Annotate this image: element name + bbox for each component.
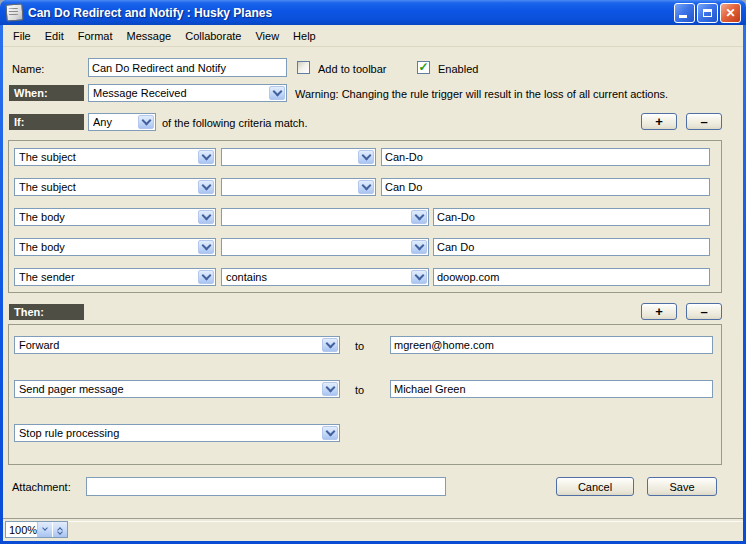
- when-trigger-select[interactable]: Message Received: [88, 84, 287, 102]
- criteria-operator-select[interactable]: [221, 208, 429, 226]
- menu-item-message[interactable]: Message: [120, 27, 179, 45]
- menu-item-format[interactable]: Format: [71, 27, 120, 45]
- attachment-label: Attachment:: [12, 481, 71, 493]
- if-match-select[interactable]: Any: [88, 113, 156, 131]
- maximize-button[interactable]: [697, 3, 718, 23]
- chevron-down-icon: [414, 271, 424, 281]
- menu-bar: File Edit Format Message Collaborate Vie…: [3, 25, 743, 47]
- maximize-icon: [703, 9, 712, 17]
- criteria-operator-select[interactable]: [221, 148, 376, 166]
- dropdown-arrow-icon[interactable]: [411, 270, 427, 284]
- criteria-operator-select[interactable]: contains: [221, 268, 429, 286]
- app-icon: [5, 3, 23, 21]
- when-section-label: When:: [9, 85, 84, 101]
- if-match-value: Any: [93, 116, 137, 128]
- criteria-value-input[interactable]: [381, 148, 710, 166]
- dropdown-arrow-icon[interactable]: [411, 210, 427, 224]
- add-to-toolbar-checkbox[interactable]: ✓: [297, 61, 310, 74]
- remove-action-button[interactable]: –: [686, 303, 722, 320]
- chevron-down-icon: [361, 151, 371, 161]
- dropdown-arrow-icon[interactable]: [198, 270, 214, 284]
- chevron-down-icon: [361, 181, 371, 191]
- criteria-operator-select[interactable]: [221, 178, 376, 196]
- criteria-field-value: The body: [19, 211, 197, 223]
- chevron-down-icon: [201, 271, 211, 281]
- dropdown-arrow-icon[interactable]: [322, 338, 338, 352]
- close-button[interactable]: ✕: [720, 3, 741, 23]
- criteria-value-input[interactable]: [381, 178, 710, 196]
- minimize-button[interactable]: [674, 3, 695, 23]
- menu-item-edit[interactable]: Edit: [38, 27, 71, 45]
- criteria-field-value: The subject: [19, 151, 197, 163]
- criteria-operator-select[interactable]: [221, 238, 429, 256]
- chevron-down-icon: [325, 383, 335, 393]
- action-type-value: Forward: [19, 339, 321, 351]
- criteria-field-select[interactable]: The body: [14, 208, 216, 226]
- enabled-label: Enabled: [438, 63, 478, 75]
- chevron-down-icon: [325, 339, 335, 349]
- zoom-dropdown-button[interactable]: [37, 522, 52, 537]
- when-warning-text: Warning: Changing the rule trigger will …: [295, 88, 668, 100]
- criteria-field-select[interactable]: The subject: [14, 148, 216, 166]
- criteria-value-input[interactable]: [433, 238, 710, 256]
- name-input[interactable]: [88, 58, 287, 77]
- dropdown-arrow-icon[interactable]: [322, 382, 338, 396]
- enabled-checkbox[interactable]: ✓: [417, 61, 430, 74]
- chevron-down-icon: [201, 211, 211, 221]
- add-action-button[interactable]: +: [641, 303, 677, 320]
- statusbar-divider: [3, 518, 743, 522]
- name-label: Name:: [12, 63, 44, 75]
- chevron-down-icon: [201, 241, 211, 251]
- dropdown-arrow-icon[interactable]: [358, 150, 374, 164]
- zoom-value: 100%: [6, 522, 37, 537]
- chevron-down-icon: [201, 181, 211, 191]
- chevron-down-icon: [414, 241, 424, 251]
- criteria-field-select[interactable]: The body: [14, 238, 216, 256]
- action-to-label: to: [355, 384, 364, 396]
- dropdown-arrow-icon[interactable]: [198, 180, 214, 194]
- dropdown-arrow-icon[interactable]: [198, 210, 214, 224]
- action-type-value: Send pager message: [19, 383, 321, 395]
- chevron-down-icon: [414, 211, 424, 221]
- window-title: Can Do Redirect and Notify : Husky Plane…: [28, 6, 272, 20]
- action-type-value: Stop rule processing: [19, 427, 321, 439]
- action-to-label: to: [355, 340, 364, 352]
- if-suffix-text: of the following criteria match.: [162, 117, 308, 129]
- menu-item-view[interactable]: View: [248, 27, 286, 45]
- menu-item-collaborate[interactable]: Collaborate: [178, 27, 248, 45]
- if-section-label: If:: [9, 114, 84, 130]
- chevron-down-icon: [272, 87, 282, 97]
- action-type-select[interactable]: Send pager message: [14, 380, 340, 398]
- cancel-button[interactable]: Cancel: [556, 477, 634, 496]
- action-type-select[interactable]: Forward: [14, 336, 340, 354]
- action-type-select[interactable]: Stop rule processing: [14, 424, 340, 442]
- remove-criteria-button[interactable]: –: [686, 113, 722, 130]
- dropdown-arrow-icon[interactable]: [269, 86, 285, 100]
- add-criteria-button[interactable]: +: [641, 113, 677, 130]
- dropdown-arrow-icon[interactable]: [322, 426, 338, 440]
- criteria-field-select[interactable]: The sender: [14, 268, 216, 286]
- dropdown-arrow-icon[interactable]: [358, 180, 374, 194]
- criteria-field-select[interactable]: The subject: [14, 178, 216, 196]
- zoom-control[interactable]: 100%: [5, 521, 68, 538]
- dropdown-arrow-icon[interactable]: [198, 150, 214, 164]
- rule-editor-window: Can Do Redirect and Notify : Husky Plane…: [0, 0, 746, 544]
- dropdown-arrow-icon[interactable]: [198, 240, 214, 254]
- title-bar[interactable]: Can Do Redirect and Notify : Husky Plane…: [0, 0, 746, 25]
- chevron-down-icon: [325, 427, 335, 437]
- action-target-input[interactable]: [390, 380, 713, 398]
- save-button[interactable]: Save: [647, 477, 717, 496]
- menu-item-help[interactable]: Help: [286, 27, 323, 45]
- when-trigger-value: Message Received: [93, 87, 268, 99]
- check-icon: ✓: [418, 61, 428, 73]
- dropdown-arrow-icon[interactable]: [138, 115, 154, 129]
- criteria-value-input[interactable]: [433, 208, 710, 226]
- chevron-down-icon: [42, 525, 48, 531]
- menu-item-file[interactable]: File: [6, 27, 38, 45]
- criteria-value-input[interactable]: [433, 268, 710, 286]
- close-icon: ✕: [725, 7, 735, 19]
- zoom-spinner[interactable]: [52, 522, 67, 537]
- action-target-input[interactable]: [390, 336, 713, 354]
- attachment-input[interactable]: [86, 477, 446, 496]
- dropdown-arrow-icon[interactable]: [411, 240, 427, 254]
